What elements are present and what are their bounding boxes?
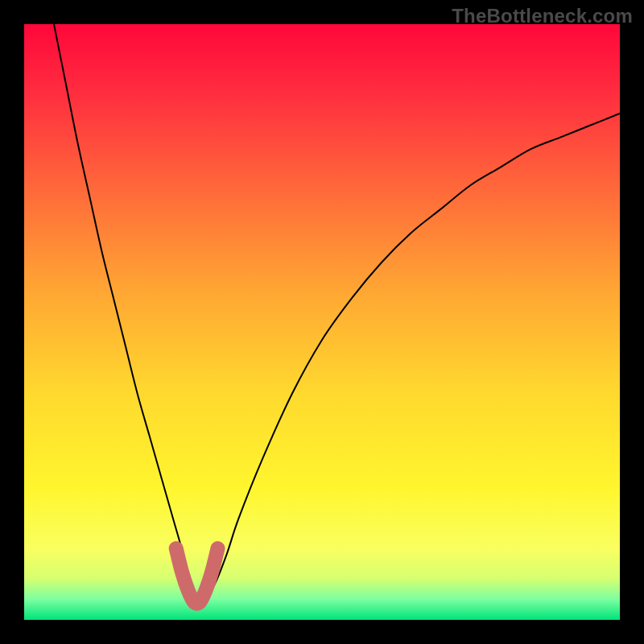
- bottleneck-chart: [24, 24, 620, 620]
- plot-area: [24, 24, 620, 620]
- chart-frame: TheBottleneck.com: [0, 0, 644, 644]
- gradient-background: [24, 24, 620, 620]
